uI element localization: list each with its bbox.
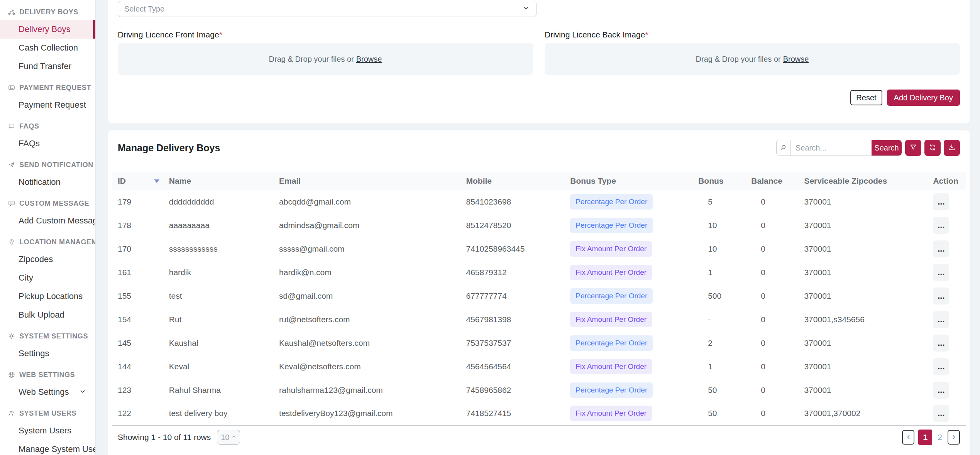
download-button[interactable]	[944, 140, 960, 156]
cell-name: test delivery boy	[163, 402, 273, 425]
cell-mobile: 4564564564	[460, 355, 564, 378]
page-1-button[interactable]: 1	[918, 430, 932, 445]
cell-name: hardik	[163, 260, 273, 284]
sidebar-item-web-settings[interactable]: Web Settings	[0, 383, 95, 401]
cell-balance: 0	[745, 213, 798, 237]
sidebar-item-manage-system-users[interactable]: Manage System Users	[0, 440, 95, 455]
table-row[interactable]: 161 hardik hardik@n.com 465879312 Fix Am…	[112, 260, 966, 284]
sidebar-item-notification[interactable]: Notification	[0, 173, 95, 191]
bonus-type-badge: Fix Amount Per Order	[570, 241, 652, 257]
next-page-button[interactable]: ›	[948, 430, 960, 445]
reset-button[interactable]: Reset	[850, 90, 882, 105]
sidebar-item-payment-request[interactable]: Payment Request	[0, 96, 95, 114]
cell-action: ...	[927, 237, 966, 260]
sidebar-item-system-users[interactable]: System Users	[0, 421, 95, 440]
column-header-mobile[interactable]: Mobile	[460, 172, 564, 190]
sidebar-item-city[interactable]: City	[0, 269, 95, 287]
cell-bonus: 1	[692, 355, 745, 378]
cell-zipcodes: 370001	[798, 355, 927, 378]
search-icon[interactable]	[777, 140, 790, 156]
row-actions-button[interactable]: ...	[933, 193, 949, 210]
sidebar-item-cash-collection[interactable]: Cash Collection	[0, 39, 95, 57]
select-type-dropdown[interactable]: Select Type	[118, 1, 537, 17]
refresh-button[interactable]	[924, 140, 941, 156]
search-button[interactable]: Search	[872, 140, 902, 156]
sidebar-item-faqs[interactable]: FAQs	[0, 134, 95, 153]
cell-zipcodes: 370001	[798, 378, 927, 402]
table-header-bar: Manage Delivery Boys Search	[118, 140, 960, 156]
table-row[interactable]: 179 dddddddddd abcqdd@gmail.com 85410236…	[112, 190, 966, 213]
add-delivery-boy-button[interactable]: Add Delivery Boy	[887, 90, 960, 106]
page-title: Manage Delivery Boys	[118, 142, 220, 154]
front-image-dropzone[interactable]: Drag & Drop your files or Browse	[118, 43, 533, 75]
footer-left: Showing 1 - 10 of 11 rows 10	[118, 430, 240, 445]
required-mark: *	[645, 30, 648, 39]
cell-action: ...	[927, 331, 966, 355]
column-header-zipcodes[interactable]: Serviceable Zipcodes	[798, 172, 927, 190]
table-row[interactable]: 170 ssssssssssss sssss@gmail.com 7410258…	[112, 237, 966, 260]
row-actions-button[interactable]: ...	[933, 358, 949, 375]
page-size-select[interactable]: 10	[217, 430, 240, 445]
cell-name: aaaaaaaaa	[163, 213, 273, 237]
sidebar-item-fund-transfer[interactable]: Fund Transfer	[0, 57, 95, 76]
bonus-type-badge: Fix Amount Per Order	[570, 312, 652, 327]
column-header-bonus-type[interactable]: Bonus Type	[564, 172, 692, 190]
cell-name: Rut	[163, 308, 273, 331]
table-row[interactable]: 155 test sd@gmail.com 677777774 Percenta…	[112, 284, 966, 308]
cell-bonus: 1	[692, 260, 745, 284]
cell-action: ...	[927, 190, 966, 213]
cell-bonus-type: Percentage Per Order	[564, 378, 692, 402]
table-row[interactable]: 145 Kaushal Kaushal@netsofters.com 75375…	[112, 331, 966, 355]
cell-mobile: 677777774	[460, 284, 564, 308]
sidebar-item-delivery-boys[interactable]: Delivery Boys	[0, 20, 95, 39]
sidebar-item-zipcodes[interactable]: Zipcodes	[0, 250, 95, 269]
cell-zipcodes: 370001	[798, 331, 927, 355]
gear-icon	[8, 332, 15, 340]
bonus-type-badge: Percentage Per Order	[570, 335, 653, 351]
sidebar-section-payment-request: PAYMENT REQUEST Payment Request	[0, 79, 95, 114]
cell-mobile: 4567981398	[460, 308, 564, 331]
row-actions-button[interactable]: ...	[933, 335, 949, 352]
column-header-bonus[interactable]: Bonus	[692, 172, 745, 190]
back-image-dropzone[interactable]: Drag & Drop your files or Browse	[545, 43, 960, 75]
row-actions-button[interactable]: ...	[933, 240, 949, 257]
row-actions-button[interactable]: ...	[933, 264, 949, 281]
sort-desc-icon[interactable]	[154, 179, 159, 183]
column-header-id[interactable]: ID	[112, 172, 163, 190]
sidebar-item-settings[interactable]: Settings	[0, 344, 95, 363]
cell-bonus: 50	[692, 378, 745, 402]
table-row[interactable]: 178 aaaaaaaaa admindsa@gmail.com 8512478…	[112, 213, 966, 237]
payment-card-icon	[8, 84, 15, 91]
column-header-email[interactable]: Email	[273, 172, 460, 190]
row-actions-button[interactable]: ...	[933, 217, 949, 234]
row-actions-button[interactable]: ...	[933, 382, 949, 399]
table-row[interactable]: 122 test delivery boy testdeliveryBoy123…	[112, 402, 966, 425]
search-input[interactable]	[790, 140, 872, 156]
table-row[interactable]: 154 Rut rut@netsofters.com 4567981398 Fi…	[112, 308, 966, 331]
row-actions-button[interactable]: ...	[933, 311, 949, 328]
sidebar-section-faqs: FAQS FAQs	[0, 118, 95, 153]
row-actions-button[interactable]: ...	[933, 288, 949, 304]
cell-email: Keval@netsofters.com	[273, 355, 460, 378]
cell-id: 123	[112, 378, 163, 402]
filter-button[interactable]	[905, 140, 921, 156]
cell-bonus-type: Percentage Per Order	[564, 190, 692, 213]
sidebar-item-bulk-upload[interactable]: Bulk Upload	[0, 306, 95, 324]
sidebar-section-delivery-boys: DELIVERY BOYS Delivery Boys Cash Collect…	[0, 4, 95, 76]
browse-link[interactable]: Browse	[783, 55, 809, 64]
sidebar-section-custom-message: CUSTOM MESSAGE Add Custom Message	[0, 195, 95, 230]
bonus-type-badge: Percentage Per Order	[570, 382, 653, 398]
table-row[interactable]: 123 Rahul Sharma rahulsharma123@gmail.co…	[112, 378, 966, 402]
row-actions-button[interactable]: ...	[933, 405, 949, 422]
cell-name: Keval	[163, 355, 273, 378]
browse-link[interactable]: Browse	[356, 55, 382, 64]
prev-page-button[interactable]: ‹	[902, 430, 914, 445]
sidebar-item-pickup-locations[interactable]: Pickup Locations	[0, 287, 95, 306]
bonus-type-badge: Percentage Per Order	[570, 218, 653, 233]
column-header-name[interactable]: Name	[163, 172, 273, 190]
table-row[interactable]: 144 Keval Keval@netsofters.com 456456456…	[112, 355, 966, 378]
sidebar-item-add-custom-message[interactable]: Add Custom Message	[0, 211, 95, 230]
faq-chat-icon	[8, 122, 15, 130]
page-2-link[interactable]: 2	[936, 433, 944, 442]
column-header-balance[interactable]: Balance	[745, 172, 798, 190]
